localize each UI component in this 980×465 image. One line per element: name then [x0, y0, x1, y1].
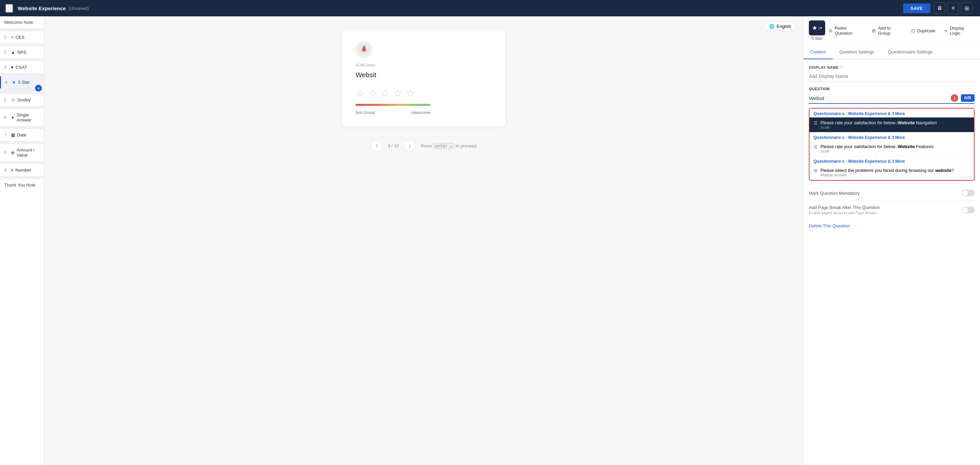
menu-button[interactable]: ≡ [947, 2, 959, 14]
question-input[interactable] [809, 95, 948, 101]
retire-icon: ⊘ [829, 28, 833, 33]
sidebar-item-date[interactable]: 7 ▦ Date [0, 129, 44, 141]
retire-question-button[interactable]: ⊘ Retire Question [829, 25, 864, 36]
star-1[interactable]: ☆ [356, 87, 365, 99]
sidebar-item-nps[interactable]: 2 ▲ NPS [0, 46, 44, 59]
suggestion-2-icon: ☰ [814, 144, 818, 150]
nps-label: NPS [18, 50, 27, 55]
suggestion-group-3-header: Questionnaire s : Website Experience & 3… [810, 156, 974, 165]
question-input-row: 1 IVR [809, 94, 975, 104]
star-5[interactable]: ☆ [406, 87, 415, 99]
save-button[interactable]: SAVE [903, 3, 930, 13]
sidebar-item-number[interactable]: 9 # Number [0, 164, 44, 176]
suggestions-box: Questionnaire s : Website Experience & 3… [809, 108, 975, 181]
sidebar-item-amount[interactable]: 8 ⊕ Amount / Value [0, 144, 44, 161]
display-logic-button[interactable]: ⇒ Display Logic [943, 25, 975, 36]
survey-question-title: Websit [356, 71, 492, 79]
desktop-view-button[interactable]: 🖥 [934, 2, 945, 14]
date-icon: ▦ [11, 132, 15, 137]
display-name-input[interactable] [809, 72, 975, 81]
date-label: Date [17, 132, 26, 137]
mandatory-toggle-label: Mark Question Mandatory [809, 191, 860, 196]
nav-down-button[interactable]: ↓ [404, 140, 416, 152]
question-type-label: 5 Star [811, 36, 822, 41]
panel-content: DISPLAY NAME * QUESTION 1 IVR Questionna… [803, 59, 980, 465]
csat-label: CSAT [16, 65, 27, 70]
unsaved-badge: (Unsaved) [68, 6, 89, 11]
suggestion-1-type: Scale [821, 125, 937, 129]
tab-questionnaire-settings[interactable]: Questionnaire Settings [881, 45, 940, 59]
suggestion-group-2-header: Questionnaire s : Website Experience & 3… [810, 132, 974, 141]
acme-logo-svg [358, 43, 371, 56]
sidebar-item-smiley[interactable]: 5 ☺ Smiley [0, 94, 44, 106]
lang-label: English [776, 24, 791, 29]
duplicate-button[interactable]: ⊡ Duplicate [911, 25, 935, 36]
suggestion-item-1[interactable]: ☰ Please rate your satisfaction for belo… [810, 118, 974, 132]
tree-button[interactable]: ⊞ [961, 2, 972, 14]
survey-canvas: 🌐 English ACME Demo Websit ☆ ☆ ☆ ☆ ☆ [44, 16, 803, 465]
star-rating-row[interactable]: ☆ ☆ ☆ ☆ ☆ [356, 87, 492, 99]
sidebar: Welcome Note 1 ≈ CES 2 ▲ NPS 3 ♥ CSAT 4 … [0, 16, 44, 465]
sidebar-item-5star[interactable]: 4 ★ 5 Star + [0, 76, 44, 89]
sidebar-item-ces[interactable]: 1 ≈ CES [0, 31, 44, 44]
5star-icon: ★ [12, 80, 16, 85]
smiley-icon: ☺ [11, 97, 15, 102]
question-type-badge: ★ | ▾ [809, 21, 825, 35]
panel-tabs: Content Question Settings Questionnaire … [803, 45, 980, 59]
amount-label: Amount / Value [17, 147, 40, 158]
page-break-toggle-row: Add Page Break After This Question Enabl… [809, 201, 975, 219]
star-2[interactable]: ☆ [368, 87, 377, 99]
mandatory-toggle[interactable] [962, 190, 975, 196]
add-question-button[interactable]: + [35, 85, 42, 92]
sidebar-item-thankyou[interactable]: Thank You Note [0, 179, 44, 191]
ivr-button[interactable]: IVR [961, 94, 975, 102]
mandatory-toggle-row: Mark Question Mandatory [809, 186, 975, 201]
star-labels: Not Great Awesome [356, 110, 430, 115]
suggestion-3-type: Multiple Answer [821, 173, 954, 177]
suggestion-item-2[interactable]: ☰ Please rate your satisfaction for belo… [810, 141, 974, 156]
delete-question-button[interactable]: Delete This Question [809, 219, 975, 232]
tab-content[interactable]: Content [803, 45, 833, 59]
right-panel: ★ | ▾ 5 Star ⊘ Retire Question ⊞ Add to … [803, 16, 980, 465]
question-error-badge: 1 [951, 94, 958, 102]
press-hint: Press enter ↵ to proceed [421, 143, 477, 148]
page-title: Website Experience [18, 5, 66, 11]
rating-bar [356, 104, 430, 106]
logo-caption: ACME Demo [356, 63, 492, 67]
tab-question-settings[interactable]: Question Settings [833, 45, 881, 59]
sidebar-item-welcome[interactable]: Welcome Note [0, 16, 44, 29]
star-3[interactable]: ☆ [381, 87, 390, 99]
enter-key: enter ↵ [433, 143, 455, 149]
question-actions: ⊘ Retire Question ⊞ Add to Group ⊡ Dupli… [829, 25, 975, 36]
suggestion-3-text: Please select the problems you faced dur… [821, 168, 954, 173]
star-label-right: Awesome [411, 110, 430, 115]
suggestion-item-3[interactable]: ⚙ Please select the problems you faced d… [810, 165, 974, 180]
add-to-group-icon: ⊞ [872, 28, 876, 33]
amount-icon: ⊕ [11, 150, 14, 155]
single-answer-label: Single Answer [17, 112, 40, 123]
topbar: ← Website Experience (Unsaved) SAVE 🖥 ≡ … [0, 0, 980, 16]
welcome-note-label: Welcome Note [4, 20, 33, 25]
add-to-group-button[interactable]: ⊞ Add to Group [872, 25, 903, 36]
number-label: Number [15, 167, 31, 173]
display-logic-icon: ⇒ [943, 28, 948, 33]
sidebar-item-csat[interactable]: 3 ♥ CSAT [0, 61, 44, 73]
suggestion-2-type: Scale [821, 149, 933, 153]
survey-preview-card: ACME Demo Websit ☆ ☆ ☆ ☆ ☆ Not Great Awe… [342, 30, 505, 126]
star-label-left: Not Great [356, 110, 375, 115]
star-4[interactable]: ☆ [393, 87, 402, 99]
sidebar-item-single-answer[interactable]: 6 ✦ Single Answer [0, 109, 44, 126]
language-selector[interactable]: 🌐 English [764, 22, 796, 31]
single-answer-icon: ✦ [11, 115, 14, 120]
csat-icon: ♥ [11, 65, 14, 70]
back-button[interactable]: ← [5, 4, 13, 13]
lang-icon: 🌐 [769, 24, 775, 29]
nav-up-button[interactable]: ↑ [371, 140, 383, 152]
thankyou-note-label: Thank You Note [4, 182, 36, 188]
page-break-toggle[interactable] [962, 207, 975, 213]
page-break-toggle-sub: Enable paged layout to add Page Breaks [809, 211, 880, 215]
smiley-label: Smiley [18, 97, 30, 102]
main-layout: Welcome Note 1 ≈ CES 2 ▲ NPS 3 ♥ CSAT 4 … [0, 16, 980, 465]
suggestion-group-1-header: Questionnaire s : Website Experience & 3… [810, 108, 974, 118]
ces-icon: ≈ [11, 35, 13, 40]
